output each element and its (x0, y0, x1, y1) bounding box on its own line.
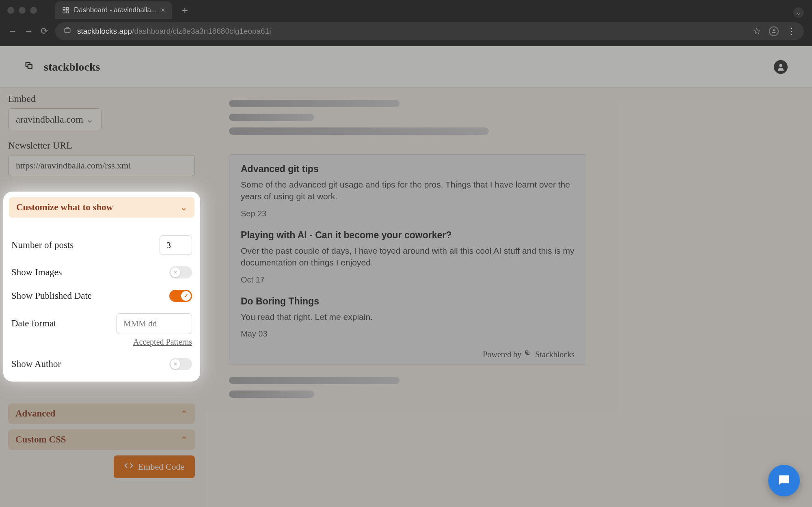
preview-pane: Advanced git tips Some of the advanced g… (205, 88, 812, 507)
date-format-label: Date format (11, 313, 56, 329)
browser-menu-icon[interactable]: ⋮ (787, 26, 796, 37)
post-title: Advanced git tips (241, 164, 574, 175)
profile-icon[interactable] (769, 26, 779, 36)
advanced-accordion[interactable]: Advanced ⌃ (8, 403, 195, 424)
url-path: /dashboard/clz8e3a3n18680clg1eopa61i (132, 27, 271, 35)
browser-chrome: Dashboard - aravindballa... × + ⌄ ← → ⟳ … (0, 0, 812, 46)
post-title: Do Boring Things (241, 296, 574, 307)
embed-code-button[interactable]: Embed Code (114, 455, 195, 478)
svg-point-5 (773, 29, 775, 31)
skeleton-placeholder (229, 100, 788, 135)
tab-title: Dashboard - aravindballa... (74, 6, 157, 14)
show-author-label: Show Author (11, 359, 61, 369)
show-images-label: Show Images (11, 267, 62, 278)
svg-rect-0 (63, 7, 65, 9)
skeleton-placeholder (229, 377, 788, 398)
customize-title: Customize what to show (16, 202, 113, 213)
toggle-knob-off-icon: ✕ (171, 359, 180, 369)
tab-close-icon[interactable]: × (161, 6, 165, 15)
toggle-knob-on-icon: ✓ (181, 291, 191, 301)
svg-rect-7 (28, 64, 32, 68)
chevron-up-icon: ⌃ (181, 409, 188, 419)
brand-name: stackblocks (44, 60, 100, 73)
brand-logo-icon (24, 61, 37, 73)
close-window-dot[interactable] (7, 7, 14, 14)
custom-css-accordion[interactable]: Custom CSS ⌃ (8, 429, 195, 450)
code-icon (124, 461, 133, 472)
custom-css-label: Custom CSS (15, 434, 66, 445)
minimize-window-dot[interactable] (19, 7, 26, 14)
customize-panel: Customize what to show ⌄ Number of posts… (3, 192, 200, 382)
powered-by[interactable]: Powered by Stackblocks (241, 350, 574, 359)
num-posts-label: Number of posts (11, 240, 73, 250)
post-description: You read that right. Let me explain. (241, 311, 574, 323)
chevron-down-icon: ⌄ (180, 203, 187, 212)
powered-by-brand: Stackblocks (535, 350, 574, 359)
preview-card: Advanced git tips Some of the advanced g… (229, 154, 586, 365)
svg-rect-2 (63, 11, 65, 13)
bookmark-icon[interactable]: ☆ (753, 26, 761, 37)
embed-select-value: aravindballa.com (16, 114, 83, 125)
app-header: stackblocks (0, 46, 812, 88)
embed-select[interactable]: aravindballa.com ⌄ (8, 108, 102, 130)
chevron-down-icon: ⌄ (86, 114, 94, 125)
url-domain: stackblocks.app (77, 27, 132, 35)
post-date: Oct 17 (241, 275, 574, 285)
post-item[interactable]: Playing with AI - Can it become your cow… (241, 230, 574, 285)
new-tab-button[interactable]: + (182, 4, 188, 17)
post-date: Sep 23 (241, 209, 574, 218)
post-description: Over the past couple of days, I have toy… (241, 245, 574, 269)
user-avatar[interactable] (774, 60, 788, 74)
tabs-dropdown-icon[interactable]: ⌄ (793, 7, 804, 18)
svg-rect-3 (67, 11, 69, 13)
maximize-window-dot[interactable] (30, 7, 37, 14)
post-date: May 03 (241, 329, 574, 339)
embed-code-label: Embed Code (138, 462, 184, 472)
show-published-date-label: Show Published Date (11, 291, 92, 301)
post-item[interactable]: Do Boring Things You read that right. Le… (241, 296, 574, 339)
show-images-toggle[interactable]: ✕ (169, 266, 192, 278)
svg-rect-1 (67, 7, 69, 9)
back-button[interactable]: ← (8, 26, 17, 37)
chat-icon (776, 473, 792, 488)
window-controls[interactable] (7, 7, 37, 14)
show-published-date-toggle[interactable]: ✓ (169, 290, 192, 302)
address-bar[interactable]: stackblocks.app/dashboard/clz8e3a3n18680… (55, 22, 804, 40)
tab-favicon-icon (62, 6, 70, 14)
svg-rect-4 (65, 28, 70, 32)
reload-button[interactable]: ⟳ (41, 26, 48, 37)
post-description: Some of the advanced git usage and tips … (241, 179, 574, 203)
site-info-icon[interactable] (63, 26, 71, 37)
brand[interactable]: stackblocks (24, 60, 100, 73)
browser-tab[interactable]: Dashboard - aravindballa... × (55, 1, 172, 19)
show-author-toggle[interactable]: ✕ (169, 358, 192, 370)
date-format-input[interactable] (117, 313, 192, 334)
advanced-label: Advanced (15, 408, 55, 419)
customize-accordion[interactable]: Customize what to show ⌄ (9, 197, 194, 218)
powered-by-prefix: Powered by (483, 350, 521, 359)
post-title: Playing with AI - Can it become your cow… (241, 230, 574, 241)
num-posts-input[interactable] (160, 235, 192, 255)
chat-support-button[interactable] (768, 465, 800, 496)
chevron-up-icon: ⌃ (181, 435, 188, 444)
svg-point-8 (779, 64, 782, 67)
forward-button[interactable]: → (24, 26, 33, 37)
newsletter-url-label: Newsletter URL (8, 140, 197, 151)
accepted-patterns-link[interactable]: Accepted Patterns (133, 337, 192, 347)
newsletter-url-input[interactable] (8, 155, 195, 176)
stackblocks-small-icon (525, 350, 532, 359)
post-item[interactable]: Advanced git tips Some of the advanced g… (241, 164, 574, 218)
embed-label: Embed (8, 93, 197, 104)
toggle-knob-off-icon: ✕ (171, 268, 180, 277)
